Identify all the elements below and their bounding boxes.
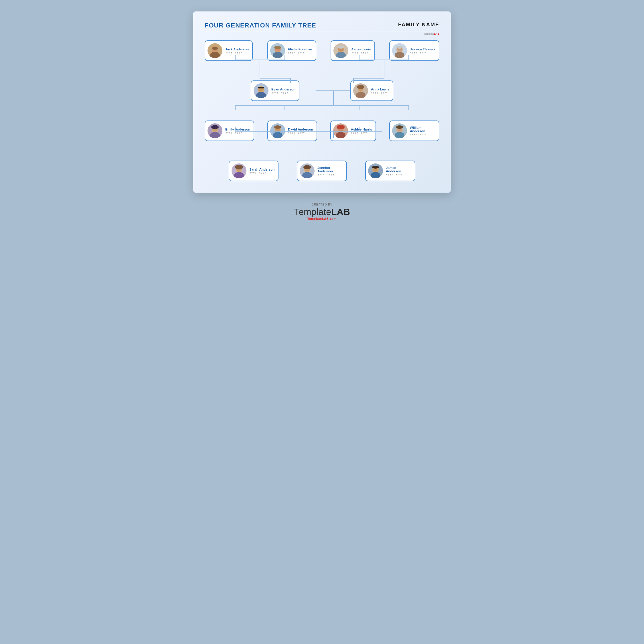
years-ashley: YYYY - YYYY	[351, 131, 372, 134]
avatar-sarah	[232, 163, 246, 178]
info-elisha: Elisha Freeman YYYY - YYYY	[288, 48, 312, 54]
card-anna: Anna Lewis YYYY - YYYY	[350, 80, 393, 101]
svg-point-42	[337, 46, 344, 49]
years-aaron: YYYY - YYYY	[351, 51, 371, 54]
info-sarah: Sarah Anderson YYYY - YYYY	[249, 168, 274, 174]
avatar-jessica	[392, 43, 407, 58]
years-elisha: YYYY - YYYY	[288, 51, 312, 54]
page-title: FOUR GENERATION FAMILY TREE	[205, 22, 316, 29]
name-jennifer: Jennifer Anderson	[317, 166, 343, 173]
avatar-william	[392, 123, 407, 138]
card-evan: Evan Anderson YYYY - YYYY	[251, 80, 299, 101]
years-jessica: YYYY - YYYY	[410, 51, 435, 54]
brand-logo: TemplateLAB	[294, 207, 350, 217]
years-william: YYYY - YYYY	[410, 133, 435, 136]
name-william: William Anderson	[410, 126, 435, 133]
name-ashley: Ashley Harris	[351, 128, 372, 131]
card-elisha: Elisha Freeman YYYY - YYYY	[267, 40, 316, 61]
years-evan: YYYY - YYYY	[271, 91, 295, 94]
svg-rect-52	[258, 87, 264, 88]
years-sarah: YYYY - YYYY	[249, 171, 274, 174]
info-david: David Anderson YYYY - YYYY	[288, 128, 313, 134]
header-divider	[205, 31, 439, 31]
avatar-elisha	[270, 43, 285, 58]
info-jack: Jack Anderson YYYY - YYYY	[225, 48, 249, 54]
gen1-row: Jack Anderson YYYY - YYYY Elisha Fre	[205, 40, 439, 61]
info-ashley: Ashley Harris YYYY - YYYY	[351, 128, 372, 134]
card-david: David Anderson YYYY - YYYY	[267, 120, 317, 141]
name-anna: Anna Lewis	[371, 88, 389, 91]
family-name: FAMILY NAME	[398, 22, 439, 28]
info-jennifer: Jennifer Anderson YYYY - YYYY	[317, 166, 343, 176]
avatar-emily	[208, 123, 222, 138]
name-james: James Anderson	[386, 166, 411, 173]
svg-point-82	[235, 165, 243, 169]
svg-point-87	[303, 165, 311, 169]
svg-point-62	[211, 125, 219, 129]
header: FOUR GENERATION FAMILY TREE FAMILY NAME	[205, 22, 439, 29]
avatar-aaron	[333, 43, 348, 58]
name-elisha: Elisha Freeman	[288, 48, 312, 51]
card-jack: Jack Anderson YYYY - YYYY	[205, 40, 253, 61]
spacer-gen2-gen3	[205, 101, 439, 120]
name-jessica: Jessica Thomas	[410, 48, 435, 51]
info-james: James Anderson YYYY - YYYY	[386, 166, 411, 176]
svg-point-92	[372, 166, 379, 169]
page-container: FOUR GENERATION FAMILY TREE FAMILY NAME …	[193, 11, 451, 193]
avatar-jennifer	[300, 163, 315, 178]
avatar-david	[270, 123, 285, 138]
gen2-row: Evan Anderson YYYY - YYYY Anna Lewis	[205, 80, 439, 101]
info-anna: Anna Lewis YYYY - YYYY	[371, 88, 389, 94]
svg-point-32	[212, 47, 218, 50]
years-emily: YYYY - YYYY	[225, 131, 250, 134]
info-william: William Anderson YYYY - YYYY	[410, 126, 435, 136]
info-jessica: Jessica Thomas YYYY - YYYY	[410, 48, 435, 54]
avatar-anna	[353, 83, 368, 98]
created-by-label: CREATED BY	[294, 203, 350, 206]
brand-tagline: TemplateLAB.com	[294, 217, 350, 220]
card-ashley: Ashley Harris YYYY - YYYY	[330, 120, 376, 141]
years-jennifer: YYYY - YYYY	[317, 173, 343, 176]
card-jennifer: Jennifer Anderson YYYY - YYYY	[297, 161, 347, 181]
info-evan: Evan Anderson YYYY - YYYY	[271, 88, 295, 94]
svg-point-47	[396, 46, 403, 49]
years-james: YYYY - YYYY	[386, 173, 411, 176]
template-lab-header: TemplateLAB	[205, 32, 439, 35]
watermark: CREATED BY TemplateLAB TemplateLAB.com	[294, 203, 350, 220]
avatar-ashley	[333, 123, 348, 138]
name-sarah: Sarah Anderson	[249, 168, 274, 171]
card-james: James Anderson YYYY - YYYY	[365, 161, 415, 181]
years-anna: YYYY - YYYY	[371, 91, 389, 94]
svg-point-57	[357, 85, 364, 89]
years-jack: YYYY - YYYY	[225, 51, 249, 54]
gen4-row: Sarah Anderson YYYY - YYYY Jennifer	[205, 161, 439, 181]
name-evan: Evan Anderson	[271, 88, 295, 91]
spacer-gen3-gen4	[205, 141, 439, 161]
svg-point-67	[274, 125, 281, 129]
name-jack: Jack Anderson	[225, 48, 249, 51]
card-sarah: Sarah Anderson YYYY - YYYY	[229, 161, 278, 181]
card-aaron: Aaron Lewis YYYY - YYYY	[331, 40, 375, 61]
svg-point-37	[274, 46, 281, 49]
svg-point-77	[396, 125, 403, 129]
gen3-row: Emily Anderson YYYY - YYYY David And	[205, 120, 439, 141]
name-david: David Anderson	[288, 128, 313, 131]
card-emily: Emily Anderson YYYY - YYYY	[205, 120, 254, 141]
info-aaron: Aaron Lewis YYYY - YYYY	[351, 48, 371, 54]
years-david: YYYY - YYYY	[288, 131, 313, 134]
spacer-gen1-gen2	[205, 61, 439, 80]
brand-template: Template	[294, 207, 331, 217]
avatar-evan	[254, 83, 268, 98]
name-aaron: Aaron Lewis	[351, 48, 371, 51]
card-jessica: Jessica Thomas YYYY - YYYY	[389, 40, 439, 61]
info-emily: Emily Anderson YYYY - YYYY	[225, 128, 250, 134]
card-william: William Anderson YYYY - YYYY	[389, 120, 439, 141]
avatar-jack	[208, 43, 222, 58]
name-emily: Emily Anderson	[225, 128, 250, 131]
svg-point-72	[337, 125, 345, 129]
avatar-james	[368, 163, 383, 178]
family-tree: Jack Anderson YYYY - YYYY Elisha Fre	[205, 40, 439, 181]
brand-lab: LAB	[331, 207, 350, 217]
